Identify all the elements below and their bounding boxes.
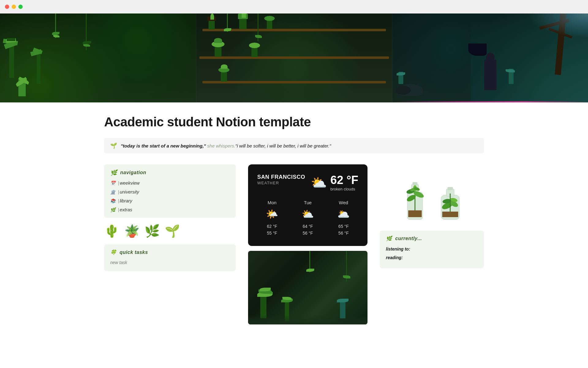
navigation-card: 🌿 navigation 📅 |weekview 🏛️ |university … [104, 164, 236, 218]
weather-current: ⛅ 62 °F broken clouds [311, 174, 358, 191]
plant-emoji-2[interactable]: 🪴 [124, 224, 140, 238]
hero-panel-2 [196, 13, 392, 102]
quote-rest: "i will be softer, i will be better, i w… [235, 143, 331, 148]
forecast-icon-2: ⛅ [293, 208, 323, 220]
nav-item-label: |extras [118, 207, 132, 212]
nav-item-university[interactable]: 🏛️ |university [110, 189, 230, 195]
currently-card: 🌿 currently... listening to: reading: [380, 231, 484, 268]
currently-reading: reading: [386, 255, 478, 260]
forecast-icon-3: 🌥️ [329, 208, 358, 220]
weather-forecast: Mon 🌤️ 62 °F55 °F Tue ⛅ 64 °F56 °F Wed 🌥… [257, 200, 358, 237]
weather-city: SAN FRANCISCO [257, 174, 305, 181]
plant-emoji-1[interactable]: 🌵 [104, 224, 119, 238]
nav-label: navigation [120, 170, 146, 175]
quote-text: "today is the start of a new beginning,"… [121, 143, 331, 148]
nav-icon: 🌿 [110, 169, 117, 176]
forecast-day-3: Wed [329, 200, 358, 205]
new-task-input[interactable] [110, 259, 230, 266]
currently-listening: listening to: [386, 246, 478, 252]
quote-icon: 🌱 [110, 142, 117, 149]
library-icon: 📚 [110, 198, 115, 203]
nav-item-label: |weekview [118, 180, 140, 186]
page-title: Academic student Notion template [104, 115, 484, 129]
reading-label: reading: [386, 255, 403, 260]
nav-item-label: |university [118, 189, 139, 194]
nav-item-weekview[interactable]: 📅 |weekview [110, 180, 230, 186]
nav-item-library[interactable]: 📚 |library [110, 197, 230, 204]
forecast-tue: Tue ⛅ 64 °F56 °F [293, 200, 323, 237]
quick-tasks-title: 🍀 quick tasks [110, 249, 230, 255]
maximize-button[interactable] [18, 5, 23, 9]
plant-emoji-4[interactable]: 🌱 [165, 224, 180, 238]
three-column-layout: 🌿 navigation 📅 |weekview 🏛️ |university … [104, 164, 484, 324]
weather-temp-block: 62 °F broken clouds [330, 174, 358, 191]
bottle-1 [400, 167, 430, 226]
middle-column: SAN FRANCISCO WEATHER ⛅ 62 °F broken clo… [248, 164, 368, 324]
university-icon: 🏛️ [110, 190, 115, 194]
forecast-temps-2: 64 °F56 °F [293, 223, 323, 237]
forecast-wed: Wed 🌥️ 65 °F56 °F [329, 200, 358, 237]
tasks-label: quick tasks [120, 250, 148, 255]
minimize-button[interactable] [12, 5, 16, 9]
hero-banner [0, 13, 588, 102]
forecast-icon-1: 🌤️ [257, 208, 287, 220]
plant-emoji-3[interactable]: 🌿 [145, 224, 160, 238]
weather-icon: ⛅ [311, 175, 327, 190]
forecast-temps-1: 62 °F55 °F [257, 223, 287, 237]
tasks-icon: 🍀 [110, 249, 117, 255]
listening-label: listening to: [386, 247, 410, 251]
main-content: Academic student Notion template 🌱 "toda… [80, 102, 508, 337]
second-scene-image [248, 251, 368, 324]
extras-icon: 🌿 [110, 207, 115, 212]
quick-tasks-card: 🍀 quick tasks [104, 244, 236, 271]
currently-icon: 🌿 [386, 236, 392, 241]
plant-illustration [380, 164, 484, 226]
hero-panel-1 [0, 13, 196, 102]
currently-title: 🌿 currently... [386, 236, 478, 241]
right-column: 🌿 currently... listening to: reading: [380, 164, 484, 268]
weekview-icon: 📅 [110, 181, 115, 186]
nav-item-extras[interactable]: 🌿 |extras [110, 206, 230, 213]
plant-emoji-row: 🌵 🪴 🌿 🌱 [104, 224, 236, 238]
close-button[interactable] [5, 5, 9, 9]
weather-label: WEATHER [257, 181, 305, 185]
svg-rect-14 [447, 187, 453, 190]
svg-rect-2 [413, 182, 417, 185]
currently-label: currently... [395, 236, 422, 241]
nav-items: 📅 |weekview 🏛️ |university 📚 |library 🌿 … [110, 180, 230, 213]
quote-bold: "today is the start of a new beginning," [121, 143, 206, 148]
weather-description: broken clouds [330, 187, 358, 191]
nav-item-label: |library [118, 198, 132, 203]
left-column: 🌿 navigation 📅 |weekview 🏛️ |university … [104, 164, 236, 271]
quote-banner: 🌱 "today is the start of a new beginning… [104, 138, 484, 153]
svg-rect-4 [408, 210, 422, 217]
weather-widget: SAN FRANCISCO WEATHER ⛅ 62 °F broken clo… [248, 164, 368, 246]
forecast-day-1: Mon [257, 200, 287, 205]
navigation-title: 🌿 navigation [110, 169, 230, 176]
quote-whisper: she whispers. [206, 143, 235, 148]
forecast-day-2: Tue [293, 200, 323, 205]
bottle-2 [436, 177, 464, 226]
weather-temp: 62 °F [330, 174, 358, 187]
titlebar [0, 0, 588, 13]
svg-rect-16 [442, 212, 458, 217]
forecast-temps-3: 65 °F56 °F [329, 223, 358, 237]
forecast-mon: Mon 🌤️ 62 °F55 °F [257, 200, 287, 237]
weather-header: SAN FRANCISCO WEATHER ⛅ 62 °F broken clo… [257, 174, 358, 191]
weather-location-block: SAN FRANCISCO WEATHER [257, 174, 305, 185]
hero-panel-3 [392, 13, 588, 102]
